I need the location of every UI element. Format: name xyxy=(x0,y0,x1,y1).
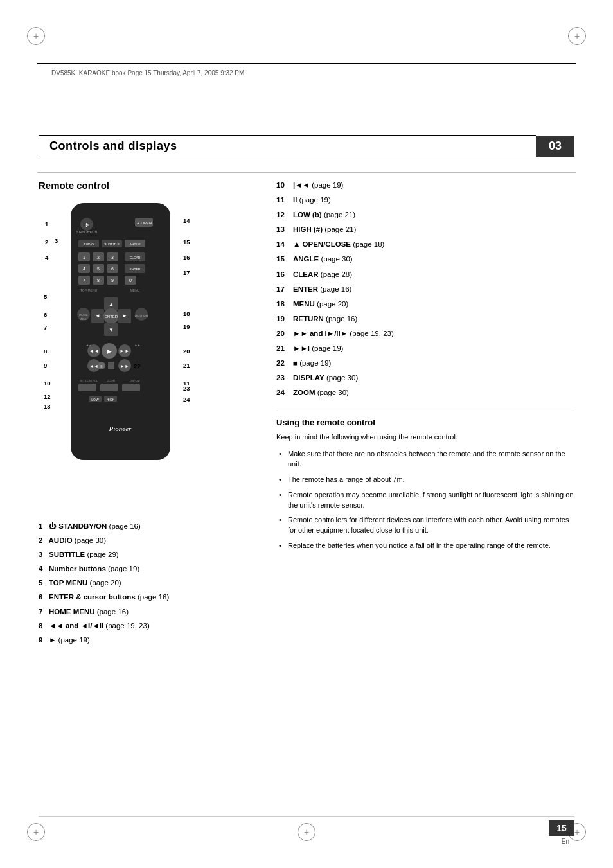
svg-text:5: 5 xyxy=(97,267,100,271)
svg-text:►►: ►► xyxy=(120,348,130,354)
svg-text:4: 4 xyxy=(83,267,85,271)
svg-text:1: 1 xyxy=(83,255,85,260)
right-label-10: 10|◄◄ (page 19) xyxy=(276,180,574,190)
right-label-21: 21►►I (page 19) xyxy=(276,343,574,353)
callout-4: 4 xyxy=(45,254,48,261)
callout-1: 1 xyxy=(45,220,48,227)
svg-text:◄◄: ◄◄ xyxy=(89,348,99,354)
main-content: Remote control ⏻ STANDBY/ON ▲ OPEN AUDIO… xyxy=(39,180,574,804)
svg-text:TOP MENU: TOP MENU xyxy=(80,288,98,292)
svg-text:3: 3 xyxy=(111,255,114,260)
section-divider xyxy=(37,172,576,173)
left-label-2: 2 AUDIO (page 30) xyxy=(39,535,257,545)
right-labels-list: 10|◄◄ (page 19) 11II (page 19) 12LOW (b)… xyxy=(276,180,574,398)
using-remote-bullets: Make sure that there are no obstacles be… xyxy=(279,449,574,552)
svg-rect-73 xyxy=(122,384,140,391)
svg-text:SUBTITLE: SUBTITLE xyxy=(104,242,120,246)
right-label-22: 22■ (page 19) xyxy=(276,358,574,368)
callout-15: 15 xyxy=(183,238,190,245)
svg-text:DISPLAY: DISPLAY xyxy=(130,379,141,382)
left-labels-list: 1 ⏻ STANDBY/ON (page 16) 2 AUDIO (page 3… xyxy=(39,521,257,645)
svg-text:7: 7 xyxy=(83,278,85,283)
svg-text:CLEAR: CLEAR xyxy=(130,256,141,260)
svg-text:RETURN: RETURN xyxy=(135,314,148,318)
bullet-3: Remote operation may become unreliable i… xyxy=(279,490,574,511)
left-column: Remote control ⏻ STANDBY/ON ▲ OPEN AUDIO… xyxy=(39,180,257,804)
svg-text:▲: ▲ xyxy=(109,301,114,307)
svg-text:9: 9 xyxy=(111,278,114,283)
right-label-24: 24ZOOM (page 30) xyxy=(276,387,574,398)
svg-text:2: 2 xyxy=(97,255,100,260)
callout-5: 5 xyxy=(44,293,47,300)
bullet-2: The remote has a range of about 7m. xyxy=(279,475,574,485)
right-label-11: 11II (page 19) xyxy=(276,195,574,205)
svg-text:◄◄: ◄◄ xyxy=(89,364,98,368)
svg-text:6: 6 xyxy=(111,267,114,271)
using-remote-title: Using the remote control xyxy=(276,418,574,427)
remote-diagram-area: ⏻ STANDBY/ON ▲ OPEN AUDIO SUBTITLE ANGLE… xyxy=(39,200,218,508)
left-label-1: 1 ⏻ STANDBY/ON (page 16) xyxy=(39,521,257,531)
right-label-19: 19RETURN (page 16) xyxy=(276,314,574,324)
svg-text:ZOOM: ZOOM xyxy=(107,379,115,382)
bullet-1: Make sure that there are no obstacles be… xyxy=(279,449,574,470)
callout-3: 3 xyxy=(55,237,58,244)
callout-8: 8 xyxy=(44,348,47,355)
svg-text:▶: ▶ xyxy=(107,348,112,355)
svg-rect-65 xyxy=(108,362,114,369)
callout-7: 7 xyxy=(44,324,47,331)
section-number: 03 xyxy=(536,136,574,157)
left-label-4: 4 Number buttons (page 19) xyxy=(39,563,257,574)
svg-text:▼: ▼ xyxy=(109,327,114,333)
svg-text:▲ OPEN: ▲ OPEN xyxy=(136,221,152,225)
svg-rect-72 xyxy=(100,384,118,391)
callout-19: 19 xyxy=(183,323,190,330)
right-label-20: 20►► and I►/II► (page 19, 23) xyxy=(276,328,574,339)
bullet-5: Replace the batteries when you notice a … xyxy=(279,541,574,551)
right-label-23: 23DISPLAY (page 30) xyxy=(276,373,574,383)
left-label-3: 3 SUBTITLE (page 29) xyxy=(39,549,257,560)
right-label-14: 14▲ OPEN/CLOSE (page 18) xyxy=(276,239,574,249)
right-label-15: 15ANGLE (page 30) xyxy=(276,254,574,264)
callout-11: 11 xyxy=(183,380,190,387)
svg-text:◄: ◄ xyxy=(95,313,100,319)
svg-text:ENTER: ENTER xyxy=(105,315,118,319)
left-label-5: 5 TOP MENU (page 20) xyxy=(39,578,257,588)
callout-13: 13 xyxy=(44,403,51,410)
right-label-17: 17ENTER (page 16) xyxy=(276,284,574,294)
callout-20: 20 xyxy=(183,348,190,355)
svg-text:⏻: ⏻ xyxy=(85,223,89,227)
callout-18: 18 xyxy=(183,310,190,317)
top-border xyxy=(37,63,576,64)
svg-text:8: 8 xyxy=(97,278,100,283)
callout-14: 14 xyxy=(183,217,190,224)
svg-text:ANGLE: ANGLE xyxy=(130,242,141,246)
svg-text:MENU: MENU xyxy=(130,288,140,292)
page-lang: En xyxy=(562,838,569,845)
reg-mark-tl xyxy=(27,27,45,45)
section-title-box: Controls and displays xyxy=(39,135,536,157)
right-label-18: 18MENU (page 20) xyxy=(276,299,574,309)
svg-text:LOW: LOW xyxy=(91,398,99,402)
callout-2: 2 xyxy=(45,238,48,245)
svg-text:►►: ►► xyxy=(135,344,141,347)
left-label-7: 7 HOME MENU (page 16) xyxy=(39,607,257,617)
using-remote-intro: Keep in mind the following when using th… xyxy=(276,432,574,442)
svg-rect-71 xyxy=(78,384,96,391)
callout-21: 21 xyxy=(183,362,190,369)
left-label-9: 9 ► (page 19) xyxy=(39,635,257,645)
svg-text:Pioneer: Pioneer xyxy=(109,425,132,432)
svg-text:►: ► xyxy=(122,313,127,319)
reg-mark-bl xyxy=(27,823,45,841)
callout-17: 17 xyxy=(183,269,190,276)
svg-text:►►: ►► xyxy=(120,364,129,368)
svg-text:STANDBY/ON: STANDBY/ON xyxy=(76,230,98,234)
svg-text:HIGH: HIGH xyxy=(107,398,115,402)
remote-svg: ⏻ STANDBY/ON ▲ OPEN AUDIO SUBTITLE ANGLE… xyxy=(64,200,177,476)
svg-text:0: 0 xyxy=(129,278,132,283)
bullet-4: Remote controllers for different devices… xyxy=(279,515,574,536)
callout-10: 10 xyxy=(44,380,51,387)
callout-22: 22 xyxy=(134,362,141,369)
svg-text:HOME: HOME xyxy=(79,314,88,317)
svg-text:AUDIO: AUDIO xyxy=(84,242,94,246)
svg-text:MENU: MENU xyxy=(80,317,87,321)
